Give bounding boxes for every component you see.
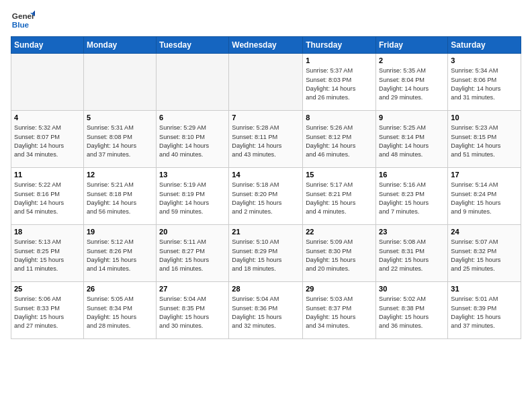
day-info: Sunrise: 5:12 AM Sunset: 8:26 PM Dayligh… [87, 238, 153, 273]
weekday-header-thursday: Thursday [303, 37, 376, 54]
day-info: Sunrise: 5:28 AM Sunset: 8:11 PM Dayligh… [232, 124, 300, 159]
day-info: Sunrise: 5:34 AM Sunset: 8:06 PM Dayligh… [451, 66, 518, 102]
week-row-5: 25Sunrise: 5:06 AM Sunset: 8:33 PM Dayli… [11, 282, 521, 339]
day-number: 23 [379, 227, 445, 237]
day-number: 20 [159, 227, 226, 237]
day-cell: 2Sunrise: 5:35 AM Sunset: 8:04 PM Daylig… [376, 54, 448, 111]
day-number: 6 [159, 113, 226, 123]
day-info: Sunrise: 5:13 AM Sunset: 8:25 PM Dayligh… [14, 238, 81, 273]
day-info: Sunrise: 5:23 AM Sunset: 8:15 PM Dayligh… [451, 124, 518, 159]
day-cell: 30Sunrise: 5:02 AM Sunset: 8:38 PM Dayli… [376, 282, 448, 339]
day-cell [11, 54, 84, 111]
day-info: Sunrise: 5:11 AM Sunset: 8:27 PM Dayligh… [159, 238, 226, 273]
day-number: 28 [232, 284, 300, 294]
weekday-header-friday: Friday [376, 37, 448, 54]
day-info: Sunrise: 5:25 AM Sunset: 8:14 PM Dayligh… [379, 124, 445, 159]
day-info: Sunrise: 5:09 AM Sunset: 8:30 PM Dayligh… [306, 238, 373, 273]
day-cell: 11Sunrise: 5:22 AM Sunset: 8:16 PM Dayli… [11, 168, 84, 225]
day-number: 21 [232, 227, 300, 237]
day-number: 1 [306, 56, 373, 66]
day-cell: 31Sunrise: 5:01 AM Sunset: 8:39 PM Dayli… [448, 282, 521, 339]
day-cell: 10Sunrise: 5:23 AM Sunset: 8:15 PM Dayli… [448, 111, 521, 168]
day-info: Sunrise: 5:04 AM Sunset: 8:36 PM Dayligh… [232, 295, 300, 330]
day-info: Sunrise: 5:22 AM Sunset: 8:16 PM Dayligh… [14, 181, 81, 216]
day-cell: 14Sunrise: 5:18 AM Sunset: 8:20 PM Dayli… [229, 168, 303, 225]
logo-icon: General Blue [11, 8, 35, 32]
day-info: Sunrise: 5:32 AM Sunset: 8:07 PM Dayligh… [14, 124, 81, 159]
day-info: Sunrise: 5:18 AM Sunset: 8:20 PM Dayligh… [232, 181, 300, 216]
day-number: 18 [14, 227, 81, 237]
day-info: Sunrise: 5:07 AM Sunset: 8:32 PM Dayligh… [451, 238, 518, 273]
day-cell: 12Sunrise: 5:21 AM Sunset: 8:18 PM Dayli… [83, 168, 156, 225]
day-number: 14 [232, 170, 300, 180]
day-info: Sunrise: 5:05 AM Sunset: 8:34 PM Dayligh… [87, 295, 153, 330]
logo: General Blue [11, 8, 35, 32]
day-info: Sunrise: 5:04 AM Sunset: 8:35 PM Dayligh… [159, 295, 226, 330]
day-cell: 28Sunrise: 5:04 AM Sunset: 8:36 PM Dayli… [229, 282, 303, 339]
day-info: Sunrise: 5:01 AM Sunset: 8:39 PM Dayligh… [451, 295, 518, 330]
day-info: Sunrise: 5:37 AM Sunset: 8:03 PM Dayligh… [306, 66, 373, 102]
day-info: Sunrise: 5:31 AM Sunset: 8:08 PM Dayligh… [87, 124, 153, 159]
day-cell: 17Sunrise: 5:14 AM Sunset: 8:24 PM Dayli… [448, 168, 521, 225]
day-cell: 24Sunrise: 5:07 AM Sunset: 8:32 PM Dayli… [448, 225, 521, 282]
day-number: 25 [14, 284, 81, 294]
calendar-table: SundayMondayTuesdayWednesdayThursdayFrid… [11, 36, 521, 339]
weekday-header-monday: Monday [83, 37, 156, 54]
day-number: 15 [306, 170, 373, 180]
day-number: 16 [379, 170, 445, 180]
weekday-header-sunday: Sunday [11, 37, 84, 54]
day-number: 13 [159, 170, 226, 180]
day-cell: 27Sunrise: 5:04 AM Sunset: 8:35 PM Dayli… [157, 282, 229, 339]
day-info: Sunrise: 5:26 AM Sunset: 8:12 PM Dayligh… [306, 124, 373, 159]
day-cell [157, 54, 229, 111]
weekday-header-row: SundayMondayTuesdayWednesdayThursdayFrid… [11, 37, 521, 54]
weekday-header-tuesday: Tuesday [157, 37, 229, 54]
day-number: 12 [87, 170, 153, 180]
day-number: 10 [451, 113, 518, 123]
day-number: 3 [451, 56, 518, 66]
day-info: Sunrise: 5:17 AM Sunset: 8:21 PM Dayligh… [306, 181, 373, 216]
svg-text:General: General [12, 11, 35, 20]
weekday-header-wednesday: Wednesday [229, 37, 303, 54]
header: General Blue [11, 8, 521, 32]
day-info: Sunrise: 5:14 AM Sunset: 8:24 PM Dayligh… [451, 181, 518, 216]
day-cell: 4Sunrise: 5:32 AM Sunset: 8:07 PM Daylig… [11, 111, 84, 168]
day-cell: 1Sunrise: 5:37 AM Sunset: 8:03 PM Daylig… [303, 54, 376, 111]
week-row-3: 11Sunrise: 5:22 AM Sunset: 8:16 PM Dayli… [11, 168, 521, 225]
day-number: 27 [159, 284, 226, 294]
day-info: Sunrise: 5:16 AM Sunset: 8:23 PM Dayligh… [379, 181, 445, 216]
day-cell: 8Sunrise: 5:26 AM Sunset: 8:12 PM Daylig… [303, 111, 376, 168]
day-number: 24 [451, 227, 518, 237]
day-info: Sunrise: 5:02 AM Sunset: 8:38 PM Dayligh… [379, 295, 445, 330]
day-number: 19 [87, 227, 153, 237]
day-info: Sunrise: 5:06 AM Sunset: 8:33 PM Dayligh… [14, 295, 81, 330]
day-number: 2 [379, 56, 445, 66]
week-row-1: 1Sunrise: 5:37 AM Sunset: 8:03 PM Daylig… [11, 54, 521, 111]
day-cell: 22Sunrise: 5:09 AM Sunset: 8:30 PM Dayli… [303, 225, 376, 282]
day-info: Sunrise: 5:03 AM Sunset: 8:37 PM Dayligh… [306, 295, 373, 330]
day-number: 11 [14, 170, 81, 180]
day-cell: 3Sunrise: 5:34 AM Sunset: 8:06 PM Daylig… [448, 54, 521, 111]
day-number: 30 [379, 284, 445, 294]
day-cell: 9Sunrise: 5:25 AM Sunset: 8:14 PM Daylig… [376, 111, 448, 168]
week-row-4: 18Sunrise: 5:13 AM Sunset: 8:25 PM Dayli… [11, 225, 521, 282]
day-cell: 13Sunrise: 5:19 AM Sunset: 8:19 PM Dayli… [157, 168, 229, 225]
day-cell: 18Sunrise: 5:13 AM Sunset: 8:25 PM Dayli… [11, 225, 84, 282]
day-number: 4 [14, 113, 81, 123]
day-cell: 29Sunrise: 5:03 AM Sunset: 8:37 PM Dayli… [303, 282, 376, 339]
day-number: 7 [232, 113, 300, 123]
day-cell: 7Sunrise: 5:28 AM Sunset: 8:11 PM Daylig… [229, 111, 303, 168]
day-cell: 21Sunrise: 5:10 AM Sunset: 8:29 PM Dayli… [229, 225, 303, 282]
calendar-page: General Blue SundayMondayTuesdayWednesda… [0, 0, 532, 347]
day-cell: 26Sunrise: 5:05 AM Sunset: 8:34 PM Dayli… [83, 282, 156, 339]
day-cell: 20Sunrise: 5:11 AM Sunset: 8:27 PM Dayli… [157, 225, 229, 282]
day-info: Sunrise: 5:21 AM Sunset: 8:18 PM Dayligh… [87, 181, 153, 216]
day-info: Sunrise: 5:19 AM Sunset: 8:19 PM Dayligh… [159, 181, 226, 216]
day-cell: 25Sunrise: 5:06 AM Sunset: 8:33 PM Dayli… [11, 282, 84, 339]
day-cell [83, 54, 156, 111]
weekday-header-saturday: Saturday [448, 37, 521, 54]
day-cell: 23Sunrise: 5:08 AM Sunset: 8:31 PM Dayli… [376, 225, 448, 282]
day-number: 26 [87, 284, 153, 294]
day-cell: 19Sunrise: 5:12 AM Sunset: 8:26 PM Dayli… [83, 225, 156, 282]
day-cell: 16Sunrise: 5:16 AM Sunset: 8:23 PM Dayli… [376, 168, 448, 225]
